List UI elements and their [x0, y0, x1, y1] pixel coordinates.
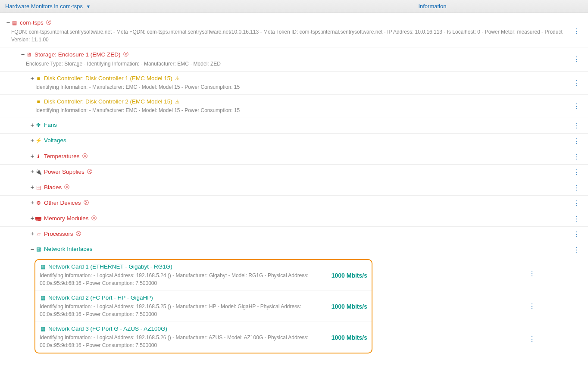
expand-icon[interactable]: + [29, 122, 35, 128]
svg-rect-4 [39, 220, 40, 221]
cpu-icon: ▱ [35, 231, 41, 237]
tree-node-memory-modules[interactable]: + Memory Modules ⓧ ⋮ [0, 211, 588, 226]
network-card-icon: ▩ [40, 295, 46, 301]
tree-node-nic-2[interactable]: ▩ Network Card 2 (FC Port - HP - GigaHP)… [35, 291, 372, 322]
expand-icon[interactable]: + [29, 230, 35, 237]
error-icon: ⓧ [46, 19, 51, 26]
options-menu-icon[interactable]: ⋮ [570, 27, 584, 35]
expand-icon[interactable]: + [29, 184, 35, 191]
header-title[interactable]: Hardware Monitors in com-tsps ▼ [5, 3, 91, 9]
expand-icon[interactable]: + [29, 215, 35, 222]
collapse-icon[interactable]: − [5, 19, 11, 26]
gears-icon: ⚙ [35, 200, 41, 206]
header-title-text: Hardware Monitors in com-tsps [5, 3, 83, 9]
svg-rect-3 [38, 220, 39, 221]
expand-icon[interactable]: + [29, 75, 35, 82]
fan-icon: ✤ [35, 122, 41, 128]
tree-node-processors[interactable]: + ▱ Processors ⓧ ⋮ [0, 226, 588, 242]
tree-node-other-devices[interactable]: + ⚙ Other Devices ⓧ ⋮ [0, 195, 588, 211]
warning-icon: ⚠ [175, 99, 180, 105]
node-details: Identifying Information: - Logical Addre… [40, 272, 323, 287]
network-card-icon: ▩ [40, 264, 46, 270]
tree-node-power-supplies[interactable]: + 🔌 Power Supplies ⓧ ⋮ [0, 164, 588, 180]
tree-node-disk-controller-2[interactable]: + ■ Disk Controller: Disk Controller 2 (… [0, 94, 588, 118]
node-label: Network Card 2 (FC Port - HP - GigaHP) [48, 294, 153, 301]
node-label: Blades [44, 184, 62, 191]
options-menu-icon[interactable]: ⋮ [570, 230, 584, 238]
tree-node-nic-1[interactable]: ▩ Network Card 1 (ETHERNET - Gigabyt - R… [35, 260, 372, 291]
expand-icon[interactable]: + [29, 137, 35, 144]
tree-node-temperatures[interactable]: + 🌡 Temperatures ⓧ ⋮ [0, 149, 588, 164]
collapse-icon[interactable]: − [29, 246, 35, 253]
node-label: Voltages [44, 137, 66, 144]
highlight-frame: ▩ Network Card 1 (ETHERNET - Gigabyt - R… [34, 259, 372, 353]
options-menu-icon[interactable]: ⋮ [525, 269, 539, 278]
error-icon: ⓧ [82, 153, 88, 160]
options-menu-icon[interactable]: ⋮ [525, 302, 539, 310]
node-metric: 1000 Mbits/s [332, 303, 367, 310]
node-label: com-tsps [20, 19, 44, 26]
node-label: Memory Modules [44, 215, 89, 222]
node-details: Enclosure Type: Storage - Identifying In… [26, 60, 570, 68]
expand-icon[interactable]: + [29, 153, 35, 159]
disk-icon: ■ [35, 99, 41, 105]
svg-rect-2 [37, 220, 38, 221]
node-label: Power Supplies [44, 169, 84, 175]
node-details: Identifying Information: - Logical Addre… [40, 334, 323, 349]
options-menu-icon[interactable]: ⋮ [570, 184, 584, 192]
tree-node-host[interactable]: − ▤ com-tsps ⓧ FQDN: com-tsps.internal.s… [0, 16, 588, 47]
error-icon: ⓧ [76, 230, 81, 238]
options-menu-icon[interactable]: ⋮ [570, 55, 584, 63]
network-icon: ▩ [35, 246, 41, 252]
tree-node-enclosure[interactable]: − 🖥 Storage: Enclosure 1 (EMC ZED) ⓧ Enc… [0, 47, 588, 71]
expand-icon[interactable]: + [29, 199, 35, 206]
options-menu-icon[interactable]: ⋮ [570, 102, 584, 110]
tree-node-disk-controller-1[interactable]: + ■ Disk Controller: Disk Controller 1 (… [0, 71, 588, 94]
options-menu-icon[interactable]: ⋮ [570, 168, 584, 176]
options-menu-icon[interactable]: ⋮ [570, 199, 584, 207]
tree: − ▤ com-tsps ⓧ FQDN: com-tsps.internal.s… [0, 13, 588, 355]
node-details: Identifying Information: - Manufacturer:… [35, 106, 570, 114]
options-menu-icon[interactable]: ⋮ [570, 153, 584, 161]
node-details: FQDN: com-tsps.internal.sentrysoftware.n… [11, 28, 570, 44]
svg-rect-1 [36, 220, 37, 221]
voltage-icon: ⚡ [35, 138, 41, 144]
memory-icon [35, 216, 41, 222]
disk-icon: ■ [35, 75, 41, 81]
error-icon: ⓧ [123, 51, 128, 58]
node-label: Fans [44, 122, 57, 128]
node-label: Disk Controller: Disk Controller 2 (EMC … [44, 98, 172, 105]
warning-icon: ⚠ [175, 75, 180, 81]
server-icon: ▤ [11, 20, 17, 26]
node-label: Other Devices [44, 200, 81, 206]
plug-icon: 🔌 [35, 169, 41, 175]
tree-node-blades[interactable]: + ▤ Blades ⓧ ⋮ [0, 180, 588, 195]
svg-rect-0 [35, 217, 41, 220]
thermometer-icon: 🌡 [35, 153, 41, 159]
node-details: Identifying Information: - Logical Addre… [40, 303, 323, 318]
header-info-tab[interactable]: Information [418, 3, 446, 9]
node-label: Disk Controller: Disk Controller 1 (EMC … [44, 75, 172, 81]
options-menu-icon[interactable]: ⋮ [570, 122, 584, 130]
node-label: Processors [44, 231, 73, 237]
tree-node-fans[interactable]: + ✤ Fans ⋮ [0, 118, 588, 133]
options-menu-icon[interactable]: ⋮ [570, 79, 584, 87]
error-icon: ⓧ [91, 215, 97, 222]
expand-icon[interactable]: + [29, 168, 35, 175]
tree-node-nic-3[interactable]: ▩ Network Card 3 (FC Port G - AZUS - AZ1… [35, 322, 372, 353]
tree-node-voltages[interactable]: + ⚡ Voltages ⋮ [0, 133, 588, 149]
error-icon: ⓧ [64, 184, 69, 191]
node-details: Identifying Information: - Manufacturer:… [35, 83, 570, 91]
blade-icon: ▤ [35, 184, 41, 191]
network-card-icon: ▩ [40, 326, 46, 332]
options-menu-icon[interactable]: ⋮ [525, 335, 539, 343]
header-bar: Hardware Monitors in com-tsps ▼ Informat… [0, 0, 588, 13]
error-icon: ⓧ [87, 168, 92, 175]
tree-node-network-interfaces[interactable]: − ▩ Network Interfaces ⋮ [0, 242, 588, 257]
options-menu-icon[interactable]: ⋮ [570, 246, 584, 254]
chevron-down-icon: ▼ [86, 4, 91, 9]
collapse-icon[interactable]: − [20, 51, 26, 58]
options-menu-icon[interactable]: ⋮ [570, 215, 584, 223]
options-menu-icon[interactable]: ⋮ [570, 137, 584, 145]
node-metric: 1000 Mbits/s [332, 272, 367, 279]
